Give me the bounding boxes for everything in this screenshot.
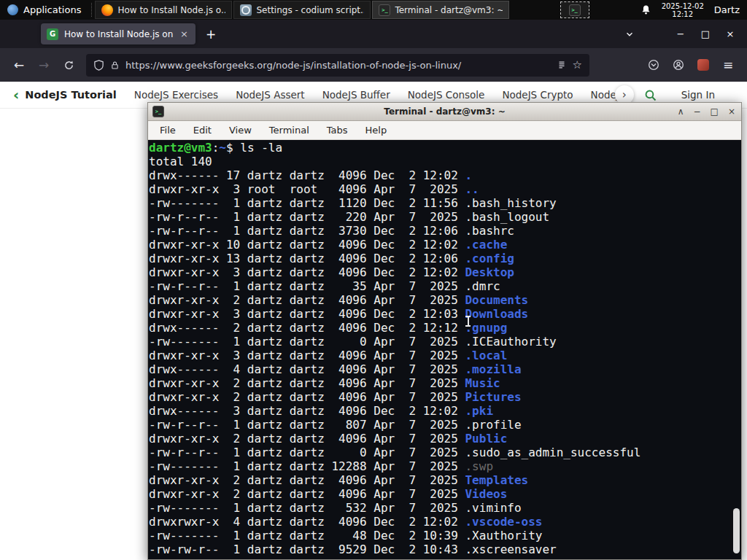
- account-icon[interactable]: [667, 54, 690, 76]
- panel-right-cluster: >_ 2025-12-02 12:12 Dartz: [560, 1, 747, 18]
- terminal-menu-terminal[interactable]: Terminal: [269, 125, 309, 136]
- terminal-menu-file[interactable]: File: [160, 125, 176, 136]
- panel-task-firefox[interactable]: How to Install Node.js o...: [95, 1, 232, 19]
- terminal-line: drwx------ 2 dartz dartz 4096 Dec 2 12:1…: [149, 321, 741, 335]
- terminal-body[interactable]: dartz@vm3:~$ ls -latotal 140drwx------ 1…: [148, 140, 741, 559]
- gfg-link[interactable]: NodeJS Console: [408, 89, 485, 101]
- browser-tab-bar: G How to Install Node.js on... × + − □ ×: [0, 20, 747, 48]
- gfg-active-link[interactable]: NodeJS Tutorial: [25, 89, 117, 101]
- terminal-titlebar[interactable]: >_ Terminal - dartz@vm3: ~ ∧ − □ ×: [148, 103, 741, 121]
- terminal-line: -rw-rw-r-- 1 dartz dartz 9529 Dec 2 10:4…: [149, 542, 741, 556]
- terminal-close-button[interactable]: ×: [728, 106, 735, 117]
- gfg-link[interactable]: NodeJS Assert: [236, 89, 305, 101]
- tray-terminal-button[interactable]: >_: [560, 1, 589, 18]
- reload-button[interactable]: [57, 54, 80, 76]
- terminal-icon: >_: [379, 4, 390, 16]
- tab-title: How to Install Node.js on...: [64, 29, 173, 39]
- mouse-text-cursor: [465, 315, 471, 327]
- clock-time: 12:12: [662, 10, 704, 18]
- clock-date: 2025-12-02: [662, 2, 704, 10]
- panel-separator: [91, 3, 92, 17]
- gfg-link[interactable]: NodeJS Exercises: [134, 89, 218, 101]
- terminal-line: -rw-r--r-- 1 dartz dartz 220 Apr 7 2025 …: [149, 210, 741, 224]
- extension-badge: [697, 59, 709, 71]
- terminal-window: >_ Terminal - dartz@vm3: ~ ∧ − □ × FileE…: [147, 102, 742, 560]
- settings-icon: [240, 4, 252, 16]
- tracking-protection-shield-icon[interactable]: [93, 60, 104, 71]
- terminal-shade-button[interactable]: ∧: [678, 106, 684, 117]
- terminal-line: -rw-r--r-- 1 dartz dartz 35 Apr 7 2025 .…: [149, 279, 741, 293]
- panel-task-terminal[interactable]: >_Terminal - dartz@vm3: ~: [372, 1, 509, 19]
- app-menu-button[interactable]: ≡: [716, 54, 740, 76]
- panel-task-label: Settings - codium script...: [256, 5, 364, 15]
- terminal-line: -rw-r--r-- 1 dartz dartz 807 Apr 7 2025 …: [149, 418, 741, 432]
- terminal-line: drwxr-xr-x 2 dartz dartz 4096 Apr 7 2025…: [149, 390, 741, 404]
- terminal-menu-tabs[interactable]: Tabs: [327, 125, 348, 136]
- url-text[interactable]: https://www.geeksforgeeks.org/node-js/in…: [125, 60, 551, 71]
- gfg-links: NodeJS ExercisesNodeJS AssertNodeJS Buff…: [134, 89, 625, 101]
- gfg-link[interactable]: NodeJS Crypto: [502, 89, 573, 101]
- applications-menu-button[interactable]: Applications: [0, 0, 90, 20]
- terminal-minimize-button[interactable]: −: [694, 106, 701, 117]
- gfg-favicon: G: [47, 28, 58, 40]
- terminal-line: -rw-r--r-- 1 dartz dartz 0 Apr 7 2025 .s…: [149, 446, 741, 459]
- url-bar[interactable]: https://www.geeksforgeeks.org/node-js/in…: [86, 54, 589, 77]
- pocket-icon[interactable]: [642, 54, 665, 76]
- terminal-title: Terminal - dartz@vm3: ~: [148, 106, 741, 117]
- extension-icon[interactable]: [692, 54, 715, 76]
- panel-task-list: How to Install Node.js o...Settings - co…: [93, 0, 509, 20]
- gfg-link[interactable]: NodeJS Buffer: [322, 89, 390, 101]
- browser-toolbar: ← → https://www.geeksforgeeks.org/node-j…: [0, 48, 747, 82]
- terminal-menu-help[interactable]: Help: [365, 125, 387, 136]
- terminal-output: dartz@vm3:~$ ls -latotal 140drwx------ 1…: [148, 140, 741, 556]
- terminal-line: drwxr-xr-x 3 dartz dartz 4096 Apr 7 2025…: [149, 349, 741, 362]
- panel-task-settings[interactable]: Settings - codium script...: [233, 1, 371, 19]
- terminal-line: -rw------- 1 dartz dartz 48 Dec 2 10:39 …: [149, 529, 741, 542]
- terminal-line: total 140: [149, 155, 741, 168]
- terminal-icon: >_: [569, 4, 581, 16]
- tab-close-button[interactable]: ×: [179, 28, 190, 39]
- back-button[interactable]: ←: [7, 54, 31, 76]
- window-close-button[interactable]: ×: [718, 28, 743, 39]
- terminal-line: -rw------- 1 dartz dartz 532 Apr 7 2025 …: [149, 501, 741, 515]
- terminal-line: drwxr-xr-x 2 dartz dartz 4096 Apr 7 2025…: [149, 473, 741, 487]
- gfg-chevron-left-icon[interactable]: ‹: [13, 88, 19, 102]
- panel-clock[interactable]: 2025-12-02 12:12: [662, 2, 704, 18]
- forward-button[interactable]: →: [32, 54, 55, 76]
- terminal-line: drwx------ 3 dartz dartz 4096 Dec 2 12:0…: [149, 404, 741, 418]
- terminal-line: -rw------- 1 dartz dartz 1120 Dec 2 11:5…: [149, 196, 741, 210]
- terminal-line: -rw------- 1 dartz dartz 0 Apr 7 2025 .I…: [149, 335, 741, 349]
- terminal-menubar: FileEditViewTerminalTabsHelp: [148, 121, 741, 140]
- terminal-menu-edit[interactable]: Edit: [193, 125, 212, 136]
- applications-icon: [7, 4, 18, 15]
- reader-view-icon[interactable]: [557, 60, 567, 70]
- terminal-scrollbar-thumb[interactable]: [733, 508, 740, 553]
- search-icon[interactable]: [644, 89, 657, 101]
- list-all-tabs-button[interactable]: [617, 29, 642, 39]
- top-panel: Applications How to Install Node.js o...…: [0, 0, 747, 20]
- panel-task-label: How to Install Node.js o...: [117, 5, 225, 15]
- panel-user-label: Dartz: [714, 4, 740, 15]
- terminal-line: dartz@vm3:~$ ls -la: [149, 141, 741, 155]
- new-tab-button[interactable]: +: [200, 23, 222, 45]
- lock-icon[interactable]: [110, 61, 120, 70]
- bookmark-star-icon[interactable]: ☆: [573, 58, 582, 71]
- terminal-window-controls: ∧ − □ ×: [678, 106, 735, 117]
- notifications-bell-icon[interactable]: [640, 4, 651, 15]
- terminal-line: drwxr-xr-x 3 root root 4096 Apr 7 2025 .…: [149, 182, 741, 196]
- terminal-line: drwx------ 4 dartz dartz 4096 Apr 7 2025…: [149, 362, 741, 376]
- browser-tab[interactable]: G How to Install Node.js on... ×: [41, 23, 196, 44]
- firefox-icon: [101, 4, 113, 16]
- terminal-line: drwxr-xr-x 2 dartz dartz 4096 Apr 7 2025…: [149, 376, 741, 390]
- sign-in-button[interactable]: Sign In: [681, 89, 715, 101]
- terminal-line: drwxr-xr-x 3 dartz dartz 4096 Dec 2 12:0…: [149, 307, 741, 321]
- terminal-line: drwxrwxr-x 4 dartz dartz 4096 Dec 2 12:0…: [149, 515, 741, 529]
- terminal-line: drwxr-xr-x 2 dartz dartz 4096 Apr 7 2025…: [149, 487, 741, 501]
- terminal-line: drwxr-xr-x 2 dartz dartz 4096 Apr 7 2025…: [149, 432, 741, 446]
- window-minimize-button[interactable]: −: [668, 28, 693, 39]
- applications-label: Applications: [23, 4, 81, 15]
- terminal-maximize-button[interactable]: □: [711, 106, 719, 117]
- window-maximize-button[interactable]: □: [693, 28, 718, 39]
- terminal-menu-view[interactable]: View: [229, 125, 252, 136]
- terminal-line: drwxr-xr-x 10 dartz dartz 4096 Dec 2 12:…: [149, 238, 741, 252]
